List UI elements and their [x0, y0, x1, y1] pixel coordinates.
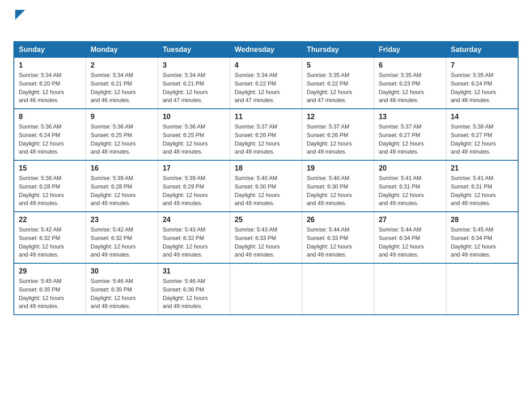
calendar-day-cell: 8 Sunrise: 5:36 AM Sunset: 6:24 PM Dayli…: [14, 109, 86, 160]
day-info: Sunrise: 5:42 AM Sunset: 6:32 PM Dayligh…: [90, 226, 153, 259]
day-info: Sunrise: 5:46 AM Sunset: 6:36 PM Dayligh…: [163, 277, 225, 311]
day-number: 2: [90, 61, 153, 69]
logo-triangle-icon: [15, 10, 25, 20]
calendar-day-cell: 19 Sunrise: 5:40 AM Sunset: 6:30 PM Dayl…: [302, 160, 374, 212]
day-number: 6: [379, 61, 442, 69]
calendar-day-cell: 5 Sunrise: 5:35 AM Sunset: 6:22 PM Dayli…: [302, 58, 374, 109]
day-number: 31: [163, 267, 225, 275]
day-info: Sunrise: 5:37 AM Sunset: 6:26 PM Dayligh…: [307, 123, 369, 156]
calendar-week-row: 22 Sunrise: 5:42 AM Sunset: 6:32 PM Dayl…: [14, 212, 518, 263]
day-info: Sunrise: 5:39 AM Sunset: 6:29 PM Dayligh…: [163, 174, 225, 208]
day-info: Sunrise: 5:39 AM Sunset: 6:28 PM Dayligh…: [90, 174, 153, 208]
day-number: 14: [451, 113, 513, 121]
calendar-day-cell: 12 Sunrise: 5:37 AM Sunset: 6:26 PM Dayl…: [302, 109, 374, 160]
calendar-week-row: 8 Sunrise: 5:36 AM Sunset: 6:24 PM Dayli…: [14, 109, 518, 160]
day-info: Sunrise: 5:44 AM Sunset: 6:34 PM Dayligh…: [379, 226, 442, 259]
day-of-week-header: Thursday: [302, 42, 374, 58]
day-number: 29: [19, 267, 81, 275]
day-number: 5: [307, 61, 369, 69]
day-number: 24: [163, 216, 225, 224]
day-of-week-header: Saturday: [446, 42, 518, 58]
day-number: 18: [235, 164, 297, 172]
day-info: Sunrise: 5:34 AM Sunset: 6:22 PM Dayligh…: [235, 71, 297, 105]
day-info: Sunrise: 5:35 AM Sunset: 6:24 PM Dayligh…: [451, 71, 513, 105]
calendar-day-cell: [230, 263, 302, 315]
calendar-day-cell: 2 Sunrise: 5:34 AM Sunset: 6:21 PM Dayli…: [86, 58, 158, 109]
day-of-week-header: Wednesday: [230, 42, 302, 58]
calendar-day-cell: 16 Sunrise: 5:39 AM Sunset: 6:28 PM Dayl…: [86, 160, 158, 212]
day-number: 7: [451, 61, 513, 69]
day-of-week-header: Friday: [374, 42, 446, 58]
day-number: 9: [90, 113, 153, 121]
calendar-week-row: 15 Sunrise: 5:38 AM Sunset: 6:28 PM Dayl…: [14, 160, 518, 212]
day-info: Sunrise: 5:45 AM Sunset: 6:35 PM Dayligh…: [19, 277, 81, 311]
calendar-day-cell: 22 Sunrise: 5:42 AM Sunset: 6:32 PM Dayl…: [14, 212, 86, 263]
day-number: 10: [163, 113, 225, 121]
calendar-day-cell: 21 Sunrise: 5:41 AM Sunset: 6:31 PM Dayl…: [446, 160, 518, 212]
calendar-day-cell: [302, 263, 374, 315]
calendar-day-cell: 28 Sunrise: 5:45 AM Sunset: 6:34 PM Dayl…: [446, 212, 518, 263]
calendar-day-cell: 25 Sunrise: 5:43 AM Sunset: 6:33 PM Dayl…: [230, 212, 302, 263]
calendar-day-cell: 29 Sunrise: 5:45 AM Sunset: 6:35 PM Dayl…: [14, 263, 86, 315]
calendar-day-cell: [446, 263, 518, 315]
day-number: 25: [235, 216, 297, 224]
day-number: 20: [379, 164, 442, 172]
day-info: Sunrise: 5:38 AM Sunset: 6:28 PM Dayligh…: [19, 174, 81, 208]
day-info: Sunrise: 5:36 AM Sunset: 6:24 PM Dayligh…: [19, 123, 81, 156]
calendar-day-cell: [374, 263, 446, 315]
calendar-week-row: 1 Sunrise: 5:34 AM Sunset: 6:20 PM Dayli…: [14, 58, 518, 109]
calendar-week-row: 29 Sunrise: 5:45 AM Sunset: 6:35 PM Dayl…: [14, 263, 518, 315]
calendar-body: 1 Sunrise: 5:34 AM Sunset: 6:20 PM Dayli…: [14, 58, 518, 315]
day-info: Sunrise: 5:38 AM Sunset: 6:27 PM Dayligh…: [451, 123, 513, 156]
day-number: 28: [451, 216, 513, 224]
day-number: 30: [90, 267, 153, 275]
calendar-day-cell: 31 Sunrise: 5:46 AM Sunset: 6:36 PM Dayl…: [158, 263, 230, 315]
day-info: Sunrise: 5:35 AM Sunset: 6:22 PM Dayligh…: [307, 71, 369, 105]
day-number: 22: [19, 216, 81, 224]
day-number: 11: [235, 113, 297, 121]
page-header: [13, 9, 519, 34]
calendar-day-cell: 13 Sunrise: 5:37 AM Sunset: 6:27 PM Dayl…: [374, 109, 446, 160]
calendar-day-cell: 24 Sunrise: 5:43 AM Sunset: 6:32 PM Dayl…: [158, 212, 230, 263]
calendar-header: SundayMondayTuesdayWednesdayThursdayFrid…: [14, 42, 518, 58]
day-info: Sunrise: 5:40 AM Sunset: 6:30 PM Dayligh…: [235, 174, 297, 208]
day-info: Sunrise: 5:45 AM Sunset: 6:34 PM Dayligh…: [451, 226, 513, 259]
day-info: Sunrise: 5:40 AM Sunset: 6:30 PM Dayligh…: [307, 174, 369, 208]
calendar-day-cell: 9 Sunrise: 5:36 AM Sunset: 6:25 PM Dayli…: [86, 109, 158, 160]
day-number: 19: [307, 164, 369, 172]
day-info: Sunrise: 5:44 AM Sunset: 6:33 PM Dayligh…: [307, 226, 369, 259]
calendar-day-cell: 4 Sunrise: 5:34 AM Sunset: 6:22 PM Dayli…: [230, 58, 302, 109]
calendar-day-cell: 23 Sunrise: 5:42 AM Sunset: 6:32 PM Dayl…: [86, 212, 158, 263]
day-number: 16: [90, 164, 153, 172]
day-info: Sunrise: 5:37 AM Sunset: 6:26 PM Dayligh…: [235, 123, 297, 156]
day-number: 27: [379, 216, 442, 224]
days-of-week-row: SundayMondayTuesdayWednesdayThursdayFrid…: [14, 42, 518, 58]
calendar-day-cell: 11 Sunrise: 5:37 AM Sunset: 6:26 PM Dayl…: [230, 109, 302, 160]
calendar-day-cell: 10 Sunrise: 5:36 AM Sunset: 6:25 PM Dayl…: [158, 109, 230, 160]
svg-marker-0: [15, 10, 25, 20]
day-info: Sunrise: 5:34 AM Sunset: 6:21 PM Dayligh…: [90, 71, 153, 105]
calendar-day-cell: 6 Sunrise: 5:35 AM Sunset: 6:23 PM Dayli…: [374, 58, 446, 109]
day-info: Sunrise: 5:36 AM Sunset: 6:25 PM Dayligh…: [90, 123, 153, 156]
calendar-day-cell: 18 Sunrise: 5:40 AM Sunset: 6:30 PM Dayl…: [230, 160, 302, 212]
day-number: 1: [19, 61, 81, 69]
logo: [13, 9, 25, 34]
day-info: Sunrise: 5:35 AM Sunset: 6:23 PM Dayligh…: [379, 71, 442, 105]
calendar-day-cell: 27 Sunrise: 5:44 AM Sunset: 6:34 PM Dayl…: [374, 212, 446, 263]
day-number: 4: [235, 61, 297, 69]
day-info: Sunrise: 5:41 AM Sunset: 6:31 PM Dayligh…: [451, 174, 513, 208]
calendar-day-cell: 7 Sunrise: 5:35 AM Sunset: 6:24 PM Dayli…: [446, 58, 518, 109]
day-info: Sunrise: 5:43 AM Sunset: 6:33 PM Dayligh…: [235, 226, 297, 259]
day-number: 15: [19, 164, 81, 172]
day-number: 12: [307, 113, 369, 121]
day-info: Sunrise: 5:43 AM Sunset: 6:32 PM Dayligh…: [163, 226, 225, 259]
day-number: 3: [163, 61, 225, 69]
calendar-day-cell: 17 Sunrise: 5:39 AM Sunset: 6:29 PM Dayl…: [158, 160, 230, 212]
calendar-table: SundayMondayTuesdayWednesdayThursdayFrid…: [13, 41, 519, 315]
calendar-day-cell: 1 Sunrise: 5:34 AM Sunset: 6:20 PM Dayli…: [14, 58, 86, 109]
day-of-week-header: Monday: [86, 42, 158, 58]
day-info: Sunrise: 5:41 AM Sunset: 6:31 PM Dayligh…: [379, 174, 442, 208]
day-info: Sunrise: 5:34 AM Sunset: 6:21 PM Dayligh…: [163, 71, 225, 105]
day-number: 21: [451, 164, 513, 172]
calendar-day-cell: 20 Sunrise: 5:41 AM Sunset: 6:31 PM Dayl…: [374, 160, 446, 212]
